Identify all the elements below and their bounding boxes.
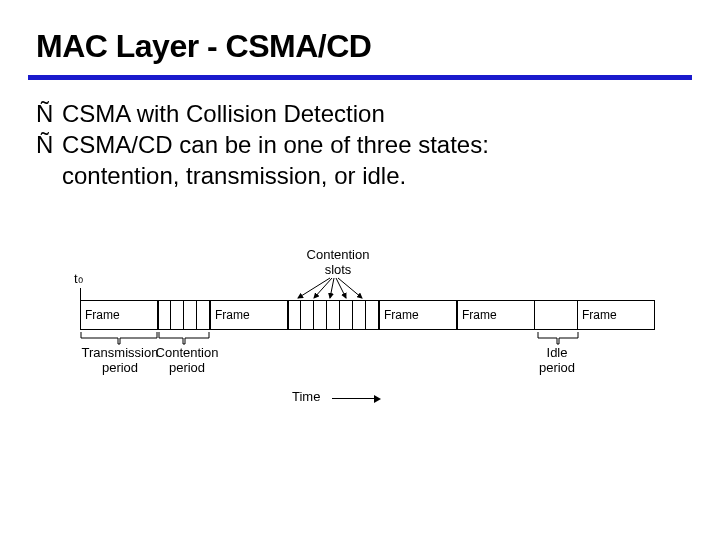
csma-cd-diagram: t₀ Contention slots Frame Frame: [80, 248, 670, 428]
bullet-marker: Ñ: [36, 98, 62, 129]
bullet-text: CSMA/CD can be in one of three states:: [62, 129, 489, 160]
frame-box: Frame: [379, 300, 457, 330]
contention-slotset: [288, 300, 379, 330]
idle-period-label: Idle period: [532, 346, 582, 376]
frame-box: Frame: [210, 300, 288, 330]
frame-box: Frame: [80, 300, 158, 330]
slide-title: MAC Layer - CSMA/CD: [0, 0, 720, 75]
bracket-icon: [537, 332, 579, 346]
title-underline: [28, 75, 692, 80]
idle-gap: [535, 300, 577, 330]
bullet-item: Ñ CSMA with Collision Detection: [36, 98, 720, 129]
bullet-text: CSMA with Collision Detection: [62, 98, 385, 129]
slot-cell: [197, 300, 210, 330]
svg-line-4: [338, 278, 362, 298]
svg-line-1: [314, 278, 332, 298]
slot-cell: [327, 300, 340, 330]
slot-cell: [314, 300, 327, 330]
svg-line-2: [330, 278, 334, 298]
t0-tick: [80, 288, 81, 300]
time-axis-label: Time: [292, 390, 320, 405]
bracket-icon: [158, 332, 210, 346]
slot-cell: [366, 300, 379, 330]
transmission-period-label: Transmission period: [78, 346, 162, 376]
time-arrow-line: [332, 398, 374, 399]
contention-slots-label: Contention slots: [298, 248, 378, 278]
frame-box: Frame: [457, 300, 535, 330]
bracket-icon: [80, 332, 158, 346]
bullet-item: Ñ CSMA/CD can be in one of three states:: [36, 129, 720, 160]
bullet-marker: Ñ: [36, 129, 62, 160]
timeline-row: Frame Frame Frame Frame Frame: [80, 300, 670, 330]
t0-label: t₀: [74, 272, 83, 287]
slot-cell: [184, 300, 197, 330]
frame-box: Frame: [577, 300, 655, 330]
arrow-right-icon: [374, 395, 381, 403]
svg-line-0: [298, 278, 330, 298]
slot-cell: [301, 300, 314, 330]
bullet-list: Ñ CSMA with Collision Detection Ñ CSMA/C…: [0, 98, 720, 160]
slot-cell: [171, 300, 184, 330]
slot-cell: [340, 300, 353, 330]
contention-arrows-icon: [280, 276, 400, 302]
slot-cell: [288, 300, 301, 330]
contention-slotset: [158, 300, 210, 330]
slot-cell: [158, 300, 171, 330]
contention-period-label: Contention period: [152, 346, 222, 376]
bullet-continuation: contention, transmission, or idle.: [0, 160, 720, 191]
slot-cell: [353, 300, 366, 330]
